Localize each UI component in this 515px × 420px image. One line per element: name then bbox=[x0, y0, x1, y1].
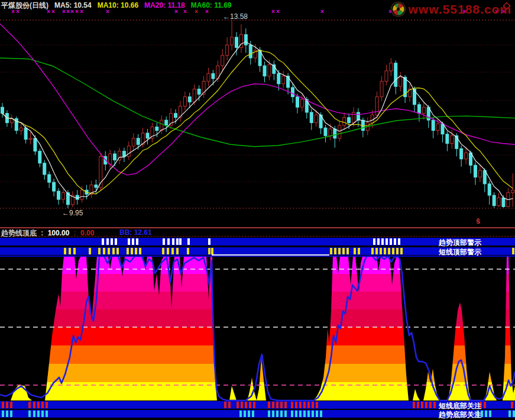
signal-tick bbox=[484, 402, 486, 408]
top-signal-mark: × bbox=[47, 8, 50, 15]
top-signal-mark: × bbox=[271, 8, 275, 15]
signal-tick bbox=[2, 402, 4, 408]
signal-tick bbox=[346, 248, 349, 254]
signal-tick bbox=[253, 402, 255, 408]
panel-top-border bbox=[0, 256, 515, 257]
signal-tick bbox=[513, 411, 515, 417]
signal-tick bbox=[272, 402, 274, 408]
top-signal-mark: × bbox=[388, 8, 392, 15]
top-signal-mark: × bbox=[62, 8, 66, 15]
top-signal-mark: × bbox=[183, 8, 187, 15]
top-signal-mark: × bbox=[462, 8, 466, 15]
strip-trend-bottom-watch-label: 趋势底部关注 bbox=[439, 410, 481, 420]
top-signal-mark: × bbox=[66, 8, 70, 15]
signal-tick bbox=[245, 402, 247, 408]
signal-tick bbox=[208, 238, 210, 245]
signal-tick bbox=[112, 248, 115, 254]
signal-tick bbox=[98, 248, 101, 254]
signal-tick bbox=[228, 402, 231, 408]
signal-tick bbox=[167, 238, 170, 245]
signal-tick bbox=[377, 238, 380, 245]
strip-trend-top-warning: 趋势顶部警示 bbox=[0, 238, 515, 245]
signal-tick bbox=[2, 411, 4, 417]
signal-tick bbox=[373, 238, 375, 245]
signal-tick bbox=[299, 402, 302, 408]
signal-tick bbox=[380, 248, 382, 254]
signal-tick bbox=[508, 411, 511, 417]
signal-tick bbox=[358, 248, 360, 254]
signal-tick bbox=[312, 411, 314, 417]
signal-tick bbox=[136, 238, 138, 245]
signal-tick bbox=[108, 248, 110, 254]
signal-tick bbox=[69, 248, 71, 254]
panel-separator-line bbox=[0, 227, 515, 228]
strip-shortline-top-warning-label: 短线顶部警示 bbox=[439, 247, 481, 257]
top-signal-mark: × bbox=[276, 8, 280, 15]
signal-tick bbox=[307, 411, 310, 417]
signal-tick bbox=[33, 411, 35, 417]
signal-tick bbox=[252, 411, 254, 417]
signal-tick bbox=[64, 248, 66, 254]
signal-tick bbox=[28, 411, 31, 417]
signal-tick bbox=[307, 402, 310, 408]
top-signal-mark: × bbox=[502, 8, 506, 15]
signal-tick bbox=[172, 238, 174, 245]
strip-shortline-bottom-watch: 短线底部关注 bbox=[0, 401, 515, 409]
signal-tick bbox=[6, 402, 8, 408]
top-signal-mark: × bbox=[11, 8, 15, 15]
signal-tick bbox=[433, 402, 436, 408]
signal-tick bbox=[10, 402, 12, 408]
signal-tick bbox=[268, 411, 270, 417]
top-signal-mark: × bbox=[80, 8, 83, 15]
signal-tick bbox=[115, 238, 117, 245]
signal-tick bbox=[37, 402, 40, 408]
signal-tick bbox=[303, 411, 306, 417]
signal-tick bbox=[102, 238, 104, 245]
signal-tick bbox=[284, 402, 287, 408]
signal-tick bbox=[41, 411, 44, 417]
signal-tick bbox=[421, 402, 423, 408]
signal-tick bbox=[354, 248, 356, 254]
signal-tick bbox=[291, 411, 293, 417]
signal-tick bbox=[299, 411, 302, 417]
signal-tick bbox=[342, 248, 345, 254]
signal-tick bbox=[280, 411, 283, 417]
chart-canvas[interactable]: ××××××××××××××××××××× bbox=[0, 0, 515, 420]
signal-tick bbox=[384, 248, 386, 254]
signal-tick bbox=[425, 402, 427, 408]
signal-tick bbox=[237, 402, 239, 408]
signal-tick bbox=[208, 248, 210, 254]
signal-tick bbox=[381, 238, 384, 245]
signal-tick bbox=[176, 248, 179, 254]
signal-tick bbox=[338, 248, 341, 254]
signal-tick bbox=[392, 248, 394, 254]
signal-tick bbox=[272, 411, 274, 417]
top-signal-mark: × bbox=[174, 8, 178, 15]
signal-tick bbox=[413, 402, 415, 408]
signal-tick bbox=[89, 248, 91, 254]
top-signal-mark: × bbox=[70, 8, 74, 15]
signal-tick bbox=[224, 402, 226, 408]
signal-tick bbox=[398, 238, 400, 245]
top-signal-mark: × bbox=[75, 8, 79, 15]
top-signal-mark: × bbox=[106, 8, 109, 15]
top-signal-mark-red: × bbox=[195, 8, 198, 15]
signal-tick bbox=[512, 248, 514, 254]
signal-tick bbox=[375, 248, 378, 254]
signal-tick bbox=[162, 248, 164, 254]
signal-tick bbox=[176, 238, 179, 245]
signal-tick bbox=[10, 411, 12, 417]
signal-tick bbox=[116, 248, 119, 254]
top-signal-mark: × bbox=[495, 8, 498, 15]
signal-tick bbox=[179, 238, 182, 245]
signal-tick bbox=[46, 402, 48, 408]
signal-tick bbox=[28, 402, 31, 408]
signal-tick bbox=[394, 238, 396, 245]
signal-tick bbox=[511, 402, 513, 408]
signal-tick bbox=[135, 248, 137, 254]
signal-tick bbox=[429, 402, 432, 408]
signal-tick bbox=[33, 402, 35, 408]
stock-app-window: ××××××××××××××××××××× 平煤股份(日线)MA5: 10.54… bbox=[0, 0, 515, 420]
signal-tick bbox=[386, 238, 388, 245]
signal-tick bbox=[132, 238, 134, 245]
